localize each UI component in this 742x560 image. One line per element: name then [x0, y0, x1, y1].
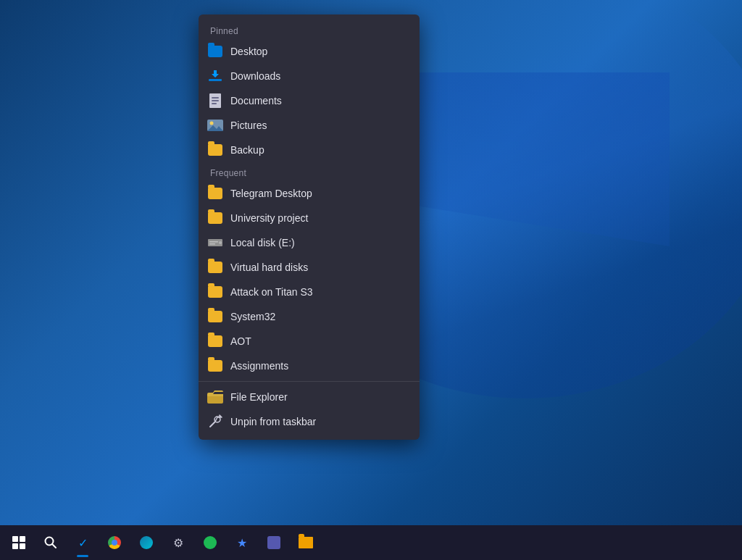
menu-item-desktop-label: Desktop: [230, 46, 267, 57]
windows-start-icon: [12, 536, 25, 549]
spotify-icon: [204, 536, 217, 549]
menu-item-virtual-hard-disks[interactable]: Virtual hard disks: [199, 255, 420, 280]
menu-item-aot-s3[interactable]: Attack on Titan S3: [199, 280, 420, 304]
pinned-section-label: Pinned: [199, 20, 420, 39]
downloads-icon: [207, 68, 223, 84]
svg-rect-10: [209, 241, 218, 243]
blue-star-icon: ★: [237, 536, 247, 550]
menu-item-backup-label: Backup: [230, 144, 264, 156]
search-icon: [44, 536, 57, 549]
unpin-icon: [207, 414, 223, 430]
frequent-section-label: Frequent: [199, 162, 420, 181]
menu-item-documents-label: Documents: [230, 95, 282, 106]
menu-item-system32[interactable]: System32: [199, 304, 420, 329]
menu-item-unpin[interactable]: Unpin from taskbar: [199, 409, 420, 434]
menu-item-virtual-hard-disks-label: Virtual hard disks: [230, 262, 308, 273]
documents-icon: [207, 93, 223, 109]
svg-line-15: [210, 422, 215, 427]
menu-item-file-explorer[interactable]: File Explorer: [199, 385, 420, 409]
svg-rect-4: [212, 100, 219, 101]
menu-item-aot-label: AOT: [230, 335, 251, 347]
menu-item-local-disk-label: Local disk (E:): [230, 237, 295, 248]
menu-item-telegram[interactable]: Telegram Desktop: [199, 181, 420, 206]
menu-item-aot[interactable]: AOT: [199, 329, 420, 354]
menu-divider: [199, 381, 420, 382]
menu-item-documents[interactable]: Documents: [199, 88, 420, 113]
svg-rect-5: [212, 103, 217, 104]
svg-rect-14: [207, 394, 223, 396]
aot-s3-folder-icon: [207, 284, 223, 300]
menu-item-university-project[interactable]: University project: [199, 206, 420, 230]
menu-item-desktop[interactable]: Desktop: [199, 39, 420, 64]
assignments-folder-icon: [207, 358, 223, 374]
settings-button[interactable]: ⚙: [162, 527, 194, 559]
check-app-button[interactable]: ✓: [67, 527, 99, 559]
svg-point-7: [210, 122, 214, 125]
svg-rect-3: [212, 97, 219, 99]
aot-folder-icon: [207, 333, 223, 349]
teams-icon: [267, 536, 280, 549]
spotify-button[interactable]: [194, 527, 226, 559]
menu-item-local-disk[interactable]: Local disk (E:): [199, 230, 420, 255]
svg-rect-11: [209, 243, 215, 245]
backup-folder-icon: [207, 142, 223, 158]
desktop-folder-icon: [207, 43, 223, 59]
teams-button[interactable]: [258, 527, 290, 559]
menu-item-pictures[interactable]: Pictures: [199, 113, 420, 138]
virtual-disk-folder-icon: [207, 259, 223, 275]
search-button[interactable]: [35, 527, 67, 559]
local-disk-icon: [207, 235, 223, 251]
menu-item-pictures-label: Pictures: [230, 120, 267, 131]
pictures-icon: [207, 117, 223, 133]
menu-item-downloads[interactable]: Downloads: [199, 64, 420, 88]
menu-item-assignments-label: Assignments: [230, 360, 288, 372]
telegram-folder-icon: [207, 185, 223, 201]
checkmark-icon: ✓: [78, 536, 88, 550]
taskbar: ✓ ⚙ ★: [0, 525, 742, 560]
edge-icon: [140, 536, 153, 549]
menu-item-downloads-label: Downloads: [230, 70, 280, 82]
edge-button[interactable]: [130, 527, 162, 559]
menu-item-system32-label: System32: [230, 311, 275, 322]
blue-star-button[interactable]: ★: [226, 527, 258, 559]
menu-item-telegram-label: Telegram Desktop: [230, 188, 312, 199]
svg-line-18: [52, 544, 56, 548]
system32-folder-icon: [207, 309, 223, 325]
svg-point-12: [219, 241, 222, 244]
file-explorer-taskbar-button[interactable]: [290, 527, 322, 559]
menu-item-assignments[interactable]: Assignments: [199, 354, 420, 378]
gear-icon: ⚙: [173, 536, 183, 550]
menu-item-aot-s3-label: Attack on Titan S3: [230, 286, 313, 298]
context-menu: Pinned Desktop Downloads Documents: [199, 14, 420, 440]
file-explorer-icon: [207, 389, 223, 405]
chrome-button[interactable]: [99, 527, 130, 559]
file-explorer-taskbar-icon: [299, 537, 313, 548]
chrome-icon: [108, 536, 121, 549]
svg-rect-0: [209, 79, 222, 81]
menu-item-unpin-label: Unpin from taskbar: [230, 416, 316, 427]
svg-marker-1: [212, 70, 219, 78]
university-folder-icon: [207, 210, 223, 226]
menu-item-backup[interactable]: Backup: [199, 138, 420, 162]
menu-item-file-explorer-label: File Explorer: [230, 391, 288, 403]
start-button[interactable]: [3, 527, 35, 559]
menu-item-university-project-label: University project: [230, 212, 308, 224]
